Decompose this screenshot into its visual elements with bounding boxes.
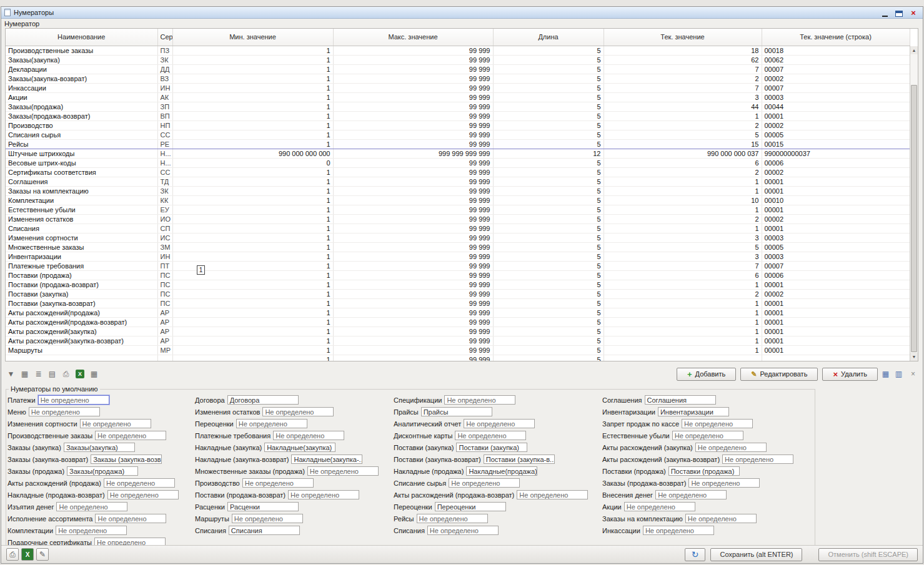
table-cell[interactable]: 5: [493, 270, 604, 280]
table-cell[interactable]: АР: [157, 327, 172, 336]
table-cell[interactable]: 99 999: [333, 83, 493, 92]
table-row[interactable]: ИнвентаризацииИН199 9995300003: [6, 252, 910, 261]
table-cell[interactable]: 1: [172, 224, 333, 233]
table-cell[interactable]: ПЗ: [157, 46, 172, 55]
table-cell[interactable]: 1: [604, 280, 762, 289]
field-input[interactable]: Не определено: [56, 526, 127, 535]
table-cell[interactable]: 1: [604, 177, 762, 186]
column-header[interactable]: Макс. значение: [333, 29, 493, 46]
table-cell[interactable]: 99 999: [333, 102, 493, 111]
field-input[interactable]: Не определено: [464, 419, 535, 428]
sort-icon[interactable]: ≣: [32, 368, 44, 380]
table-cell[interactable]: 1: [172, 64, 333, 74]
table-row[interactable]: СоглашенияТД199 9995100001: [6, 177, 910, 186]
table-cell[interactable]: 999 999 999 999: [333, 149, 493, 158]
table-cell[interactable]: 5: [493, 55, 604, 64]
table-cell[interactable]: 00001: [762, 317, 910, 327]
table-cell[interactable]: 00007: [762, 64, 910, 74]
table-cell[interactable]: 5: [493, 233, 604, 242]
table-cell[interactable]: 990000000037: [762, 149, 910, 158]
table-cell[interactable]: АР: [157, 336, 172, 345]
field-input[interactable]: Накладные(закупка): [264, 443, 335, 452]
table-cell[interactable]: 00044: [762, 102, 910, 111]
table-cell[interactable]: 5: [493, 74, 604, 83]
table-cell[interactable]: СП: [157, 224, 172, 233]
table-cell[interactable]: МР: [157, 345, 172, 355]
field-input[interactable]: Не определено: [672, 431, 743, 440]
table-cell[interactable]: Естественные убыли: [6, 205, 157, 214]
table-row[interactable]: Заказы(продажа)ЗП199 99954400044: [6, 102, 910, 111]
table-cell[interactable]: Поставки (закупка-возврат): [6, 298, 157, 308]
field-input[interactable]: Не определено: [682, 419, 753, 428]
table-cell[interactable]: 5: [493, 130, 604, 139]
field-input[interactable]: Расценки: [227, 502, 299, 511]
table-cell[interactable]: 1: [604, 298, 762, 308]
field-input[interactable]: Не определено: [104, 478, 175, 488]
table-cell[interactable]: 99 999: [333, 74, 493, 83]
field-input[interactable]: Заказы (закупка-возв...: [91, 454, 162, 464]
table-cell[interactable]: 1: [172, 252, 333, 261]
table-cell[interactable]: Акты расхождений(продажа): [6, 308, 157, 317]
table-cell[interactable]: Поставки (продажа-возврат): [6, 280, 157, 289]
table-cell[interactable]: 1: [172, 177, 333, 186]
table-cell[interactable]: 1: [172, 46, 333, 55]
table-cell[interactable]: Списания сырья: [6, 130, 157, 139]
excel-export-icon[interactable]: X: [76, 370, 84, 378]
table-cell[interactable]: 99 999: [333, 139, 493, 149]
table-row[interactable]: АкцииАК199 9995300003: [6, 92, 910, 102]
table-cell[interactable]: 5: [493, 214, 604, 224]
field-input[interactable]: Не определено: [427, 526, 499, 535]
table-cell[interactable]: 5: [493, 308, 604, 317]
field-input[interactable]: Не определено: [56, 502, 127, 511]
table-cell[interactable]: 99 999: [333, 120, 493, 130]
table-row[interactable]: Платежные требованияПТ199 9995700007: [6, 261, 910, 270]
field-input[interactable]: Не определено: [655, 490, 727, 499]
table-cell[interactable]: АР: [157, 308, 172, 317]
table-cell[interactable]: 5: [493, 83, 604, 92]
table-cell[interactable]: 99 999: [333, 355, 493, 361]
table-cell[interactable]: 1: [604, 205, 762, 214]
field-input[interactable]: Не определено: [38, 395, 109, 405]
table-cell[interactable]: [157, 355, 172, 361]
table-cell[interactable]: 7: [604, 83, 762, 92]
table-cell[interactable]: 99 999: [333, 270, 493, 280]
table-cell[interactable]: 99 999: [333, 130, 493, 139]
table-cell[interactable]: 5: [493, 205, 604, 214]
table-cell[interactable]: ЗК: [157, 55, 172, 64]
field-input[interactable]: Не определено: [624, 502, 695, 511]
table-cell[interactable]: Акции: [6, 92, 157, 102]
table-cell[interactable]: 15: [604, 139, 762, 149]
table-cell[interactable]: РЕ: [157, 139, 172, 149]
table-cell[interactable]: Производство: [6, 120, 157, 130]
field-input[interactable]: Заказы(продажа): [67, 466, 138, 476]
table-cell[interactable]: 1: [172, 308, 333, 317]
columns-icon[interactable]: ▦: [19, 368, 31, 380]
edit-note-icon[interactable]: ✎: [36, 548, 49, 561]
table-cell[interactable]: Изменения остатков: [6, 214, 157, 224]
table-cell[interactable]: 1: [172, 280, 333, 289]
table-cell[interactable]: Маршруты: [6, 345, 157, 355]
table-row[interactable]: Производственные заказыПЗ199 99951800018: [6, 46, 910, 55]
table-cell[interactable]: ПС: [157, 270, 172, 280]
table-row[interactable]: Штучные штрихкодыН...990 000 000 000999 …: [6, 149, 910, 158]
table-cell[interactable]: 00062: [762, 55, 910, 64]
table-cell[interactable]: 6: [604, 158, 762, 167]
table-cell[interactable]: 1: [172, 186, 333, 195]
field-input[interactable]: Соглашения: [645, 395, 716, 405]
table-cell[interactable]: ИО: [157, 214, 172, 224]
table-cell[interactable]: Списания: [6, 224, 157, 233]
table-row[interactable]: ИнкассацииИН199 9995700007: [6, 83, 910, 92]
table-cell[interactable]: 00003: [762, 233, 910, 242]
table-cell[interactable]: 99 999: [333, 252, 493, 261]
table-cell[interactable]: 99 999: [333, 167, 493, 177]
table-cell[interactable]: 1: [172, 167, 333, 177]
table-cell[interactable]: 99 999: [333, 233, 493, 242]
table-cell[interactable]: 1: [172, 327, 333, 336]
table-row[interactable]: Поставки (продажа-возврат)ПС199 99951000…: [6, 280, 910, 289]
table-cell[interactable]: 5: [493, 139, 604, 149]
table-cell[interactable]: Платежные требования: [6, 261, 157, 270]
field-input[interactable]: Не определено: [273, 431, 344, 440]
table-cell[interactable]: Акты расхождений(закупка): [6, 327, 157, 336]
table-cell[interactable]: 00002: [762, 289, 910, 298]
table-row[interactable]: Заказы(закупка)ЗК199 99956200062: [6, 55, 910, 64]
